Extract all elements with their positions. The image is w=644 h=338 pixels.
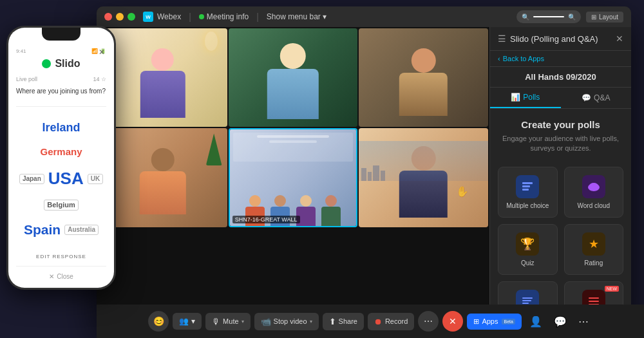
slido-close-btn[interactable]: ✕: [616, 33, 623, 44]
video-cell-6: ✋: [359, 128, 488, 227]
search-bar[interactable]: 🔍 🔍: [516, 10, 581, 23]
edit-response-label: EDIT RESPONSE: [16, 254, 106, 259]
person-figure-1: [127, 48, 198, 127]
video-cell-5: SHN7-16-GREAT WALL: [229, 128, 358, 227]
end-call-btn[interactable]: ✕: [442, 311, 463, 332]
svg-rect-5: [522, 297, 533, 299]
lamp-bg: [205, 32, 218, 51]
poll-option-quiz[interactable]: 🏆 Quiz: [498, 224, 558, 275]
person-figure-2: [251, 43, 335, 127]
poll-option-word-cloud[interactable]: Word cloud: [564, 167, 624, 218]
record-btn[interactable]: ⏺ Record: [368, 313, 414, 330]
word-usa: USA: [48, 169, 84, 189]
share-icon: ⬆: [329, 317, 336, 326]
slido-content: Create your polls Engage your audience w…: [490, 109, 631, 328]
layout-btn[interactable]: ⊞ Layout: [586, 12, 623, 23]
video-cell-2: [229, 28, 358, 127]
video-bg-5: SHN7-16-GREAT WALL: [230, 129, 357, 225]
more-btn[interactable]: ⋯: [574, 313, 592, 330]
app-window: W Webex | Meeting info | Show menu bar ▾…: [97, 6, 631, 328]
phone-frame: 9:41 📶 🔋 ✕ Slido Live poll 14 ☆ Wher: [6, 26, 116, 290]
app-logo: W Webex: [143, 12, 181, 22]
create-polls-title: Create your polls: [498, 119, 623, 130]
slido-title: ☰ Slido (Polling and Q&A): [498, 33, 598, 44]
video-bg-2: [229, 28, 358, 127]
control-bar: 😊 👥 ▾ 🎙 Mute ▾ 📹 Stop video ▾ ⬆ Share ⏺ …: [97, 305, 644, 338]
meeting-info-btn[interactable]: Meeting info: [199, 12, 249, 21]
svg-rect-2: [522, 189, 529, 191]
people-btn[interactable]: 👤: [526, 313, 546, 330]
video-bg-1: [98, 28, 227, 127]
wave-hand: ✋: [456, 185, 469, 198]
svg-point-4: [589, 183, 598, 189]
poll-option-rating[interactable]: ★ Rating: [564, 224, 624, 275]
beta-badge: Beta: [502, 319, 515, 324]
minimize-window-btn[interactable]: [116, 13, 124, 21]
word-cloud-icon: [582, 175, 605, 198]
svg-rect-8: [589, 297, 599, 299]
multiple-choice-label: Multiple choice: [506, 202, 549, 209]
slido-green-icon: [42, 59, 51, 68]
word-japan: Japan: [19, 174, 44, 184]
back-arrow-icon: ‹: [498, 55, 500, 62]
video-bg-4: [98, 128, 227, 227]
chevron-icon: ▾: [191, 317, 195, 326]
app-name: Webex: [157, 12, 181, 21]
person-figure-3: [384, 48, 462, 127]
svg-rect-0: [522, 182, 533, 184]
content-area: SHN7-16-GREAT WALL: [97, 27, 631, 328]
mute-btn[interactable]: 🎙 Mute ▾: [205, 313, 250, 330]
phone-notch: [42, 28, 80, 41]
phone-close-btn[interactable]: ✕: [99, 46, 105, 57]
live-poll-label: Live poll: [16, 76, 37, 82]
search-end-icon: 🔍: [568, 14, 576, 21]
presentation-screen: [233, 133, 354, 162]
plant-bg: [206, 133, 222, 165]
share-btn[interactable]: ⬆ Share: [323, 313, 364, 330]
quiz-label: Quiz: [521, 259, 535, 267]
back-to-apps-btn[interactable]: ‹ Back to Apps: [490, 51, 631, 67]
participants-btn[interactable]: 👥 ▾: [173, 313, 202, 330]
video-icon: 📹: [261, 317, 271, 326]
apps-btn[interactable]: ⊞ Apps Beta: [467, 314, 521, 330]
word-cloud-label: Word cloud: [578, 202, 610, 209]
search-icon: 🔍: [522, 14, 529, 21]
video-grid: SHN7-16-GREAT WALL: [97, 27, 489, 328]
slido-brand: Slido: [55, 58, 80, 70]
phone-top-bar: 9:41 📶 🔋: [16, 43, 106, 54]
word-cloud: Ireland Germany Japan USA UK Belgium Spa…: [16, 113, 106, 246]
hamburger-icon[interactable]: ☰: [498, 33, 506, 44]
poll-header-row: Live poll 14 ☆: [16, 76, 106, 82]
mute-caret: ▾: [242, 319, 244, 324]
phone-close-bottom-btn[interactable]: ✕ Close: [16, 273, 106, 280]
video-bg-3: [359, 28, 488, 127]
show-menu-btn[interactable]: Show menu bar ▾: [267, 12, 327, 21]
tab-qa[interactable]: 💬 Q&A: [561, 88, 632, 108]
multiple-choice-icon: [516, 175, 539, 198]
meeting-title: All Hands 09/2020: [490, 67, 631, 88]
phone-screen: 9:41 📶 🔋 ✕ Slido Live poll 14 ☆ Wher: [8, 28, 114, 288]
new-badge: NEW: [605, 286, 619, 292]
separator2: |: [256, 12, 259, 22]
slido-logo-area: Slido: [16, 58, 106, 70]
video-cell-1: [98, 28, 227, 127]
svg-rect-9: [589, 301, 599, 302]
rating-label: Rating: [584, 259, 603, 267]
chat-btn[interactable]: 💬: [550, 313, 571, 330]
stop-video-btn[interactable]: 📹 Stop video ▾: [254, 313, 319, 330]
slido-tabs: 📊 Polls 💬 Q&A: [490, 88, 631, 109]
word-uk: UK: [88, 174, 103, 184]
cell-label-5: SHN7-16-GREAT WALL: [232, 216, 300, 223]
close-window-btn[interactable]: [104, 13, 112, 21]
video-cell-4: [98, 128, 227, 227]
create-polls-desc: Engage your audience with live polls, su…: [498, 134, 623, 154]
phone-status: 9:41: [16, 48, 26, 54]
tab-polls[interactable]: 📊 Polls: [490, 88, 561, 108]
phone-overlay: 9:41 📶 🔋 ✕ Slido Live poll 14 ☆ Wher: [6, 26, 116, 290]
qa-icon: 💬: [582, 93, 591, 102]
word-germany: Germany: [40, 146, 82, 158]
maximize-window-btn[interactable]: [128, 13, 135, 21]
reactions-btn[interactable]: 😊: [148, 311, 169, 332]
poll-option-multiple-choice[interactable]: Multiple choice: [498, 167, 558, 218]
more-options-btn[interactable]: ⋯: [418, 311, 439, 332]
